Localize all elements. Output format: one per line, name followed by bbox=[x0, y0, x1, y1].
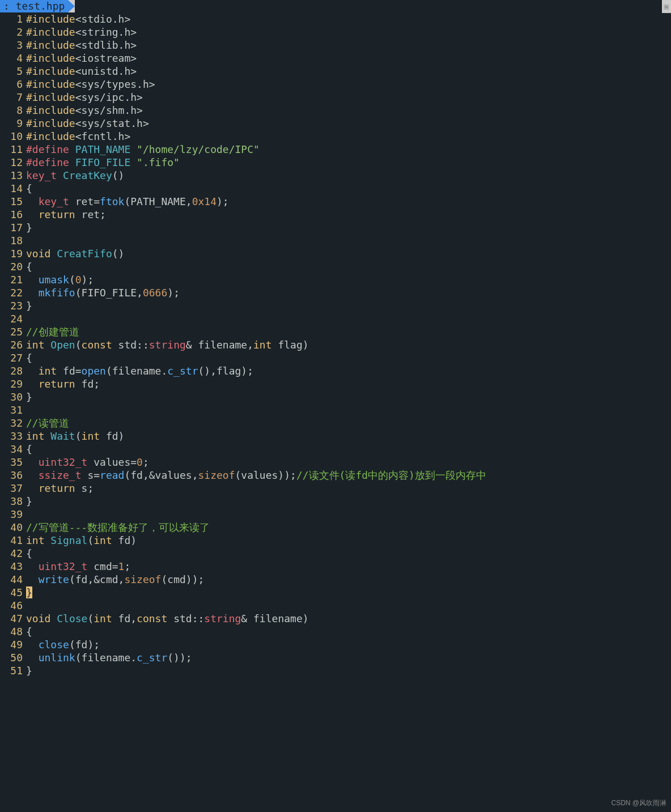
code-line[interactable]: unlink(filename.c_str()); bbox=[26, 651, 671, 664]
code-line[interactable]: write(fd,&cmd,sizeof(cmd)); bbox=[26, 573, 671, 586]
code-token: ; bbox=[143, 456, 149, 468]
line-number: 26 bbox=[0, 338, 23, 351]
code-area[interactable]: #include<stdio.h>#include<string.h>#incl… bbox=[26, 12, 671, 677]
code-token: sizeof bbox=[124, 573, 161, 585]
code-line[interactable] bbox=[26, 599, 671, 612]
code-line[interactable]: #include<string.h> bbox=[26, 25, 671, 39]
code-line[interactable] bbox=[26, 234, 671, 247]
code-token: 0666 bbox=[143, 287, 167, 299]
code-line[interactable]: { bbox=[26, 443, 671, 456]
code-token bbox=[26, 469, 39, 481]
code-line[interactable]: #include<iostream> bbox=[26, 52, 671, 65]
line-number: 45 bbox=[0, 586, 23, 599]
code-line[interactable]: #include<unistd.h> bbox=[26, 65, 671, 78]
code-line[interactable]: } bbox=[26, 495, 671, 508]
code-line[interactable]: umask(0); bbox=[26, 273, 671, 286]
code-line[interactable]: #include<stdlib.h> bbox=[26, 39, 671, 52]
code-line[interactable]: int Signal(int fd) bbox=[26, 534, 671, 547]
code-line[interactable]: ssize_t s=read(fd,&values,sizeof(values)… bbox=[26, 469, 671, 482]
code-token bbox=[50, 613, 57, 624]
code-line[interactable]: } bbox=[26, 664, 671, 677]
code-token: ( bbox=[87, 613, 94, 624]
code-line[interactable] bbox=[26, 403, 671, 416]
line-number: 36 bbox=[0, 469, 23, 482]
code-token: return bbox=[39, 482, 75, 494]
code-line[interactable]: //写管道---数据准备好了，可以来读了 bbox=[26, 521, 671, 534]
code-line[interactable]: //创建管道 bbox=[26, 325, 671, 338]
code-line[interactable]: } bbox=[26, 221, 671, 234]
code-token: #include bbox=[26, 26, 75, 38]
code-token: key_t bbox=[39, 195, 69, 207]
line-number: 5 bbox=[0, 65, 23, 78]
code-line[interactable]: key_t ret=ftok(PATH_NAME,0x14); bbox=[26, 195, 671, 208]
line-number: 24 bbox=[0, 312, 23, 325]
code-token: fd) bbox=[112, 534, 137, 546]
code-line[interactable]: return s; bbox=[26, 482, 671, 495]
code-line[interactable]: #include<stdio.h> bbox=[26, 12, 671, 25]
code-line[interactable]: #include<sys/types.h> bbox=[26, 78, 671, 91]
code-token: ftok bbox=[100, 195, 124, 207]
code-line[interactable]: int Wait(int fd) bbox=[26, 430, 671, 443]
window-control-icon[interactable]: ▣ bbox=[662, 0, 671, 13]
code-token: } bbox=[26, 586, 32, 598]
line-number: 43 bbox=[0, 560, 23, 573]
code-line[interactable]: void Close(int fd,const std::string& fil… bbox=[26, 612, 671, 625]
code-line[interactable]: mkfifo(FIFO_FILE,0666); bbox=[26, 286, 671, 299]
code-line[interactable]: uint32_t cmd=1; bbox=[26, 560, 671, 573]
code-token: return bbox=[39, 209, 75, 220]
code-line[interactable]: #include<fcntl.h> bbox=[26, 130, 671, 143]
code-line[interactable]: return fd; bbox=[26, 377, 671, 390]
code-token: (cmd)); bbox=[161, 573, 204, 585]
code-line[interactable]: } bbox=[26, 586, 671, 599]
code-line[interactable]: { bbox=[26, 260, 671, 273]
code-token: (values)); bbox=[235, 469, 296, 481]
code-line[interactable]: #define FIFO_FILE ".fifo" bbox=[26, 156, 671, 169]
code-line[interactable] bbox=[26, 508, 671, 521]
code-token: <sys/stat.h> bbox=[75, 117, 149, 129]
code-token: ); bbox=[216, 195, 229, 207]
code-token bbox=[69, 143, 75, 155]
code-token: int bbox=[26, 339, 45, 351]
code-token: const bbox=[137, 613, 167, 624]
code-line[interactable]: //读管道 bbox=[26, 416, 671, 430]
code-line[interactable]: { bbox=[26, 182, 671, 195]
code-token: //写管道---数据准备好了，可以来读了 bbox=[26, 521, 210, 533]
code-token: ret; bbox=[75, 209, 106, 220]
code-line[interactable]: int Open(const std::string& filename,int… bbox=[26, 338, 671, 351]
code-token: <stdio.h> bbox=[75, 13, 131, 25]
code-token: (),flag); bbox=[198, 365, 253, 377]
code-line[interactable]: #include<sys/ipc.h> bbox=[26, 91, 671, 104]
code-line[interactable]: close(fd); bbox=[26, 638, 671, 651]
code-line[interactable]: #define PATH_NAME "/home/lzy/code/IPC" bbox=[26, 143, 671, 156]
code-line[interactable]: #include<sys/shm.h> bbox=[26, 104, 671, 117]
code-token: & filename) bbox=[241, 613, 308, 624]
code-token bbox=[50, 248, 57, 260]
file-tab[interactable]: : test.hpp bbox=[0, 0, 68, 12]
code-line[interactable]: uint32_t values=0; bbox=[26, 456, 671, 469]
code-line[interactable] bbox=[26, 312, 671, 325]
code-line[interactable]: { bbox=[26, 547, 671, 560]
code-line[interactable]: } bbox=[26, 299, 671, 312]
code-token bbox=[130, 156, 137, 168]
code-token: #define bbox=[26, 156, 69, 168]
code-line[interactable]: { bbox=[26, 351, 671, 364]
code-token bbox=[26, 560, 39, 572]
code-token: (fd,&cmd, bbox=[69, 573, 125, 585]
code-line[interactable]: key_t CreatKey() bbox=[26, 169, 671, 182]
code-token: #include bbox=[26, 52, 75, 64]
code-token: { bbox=[26, 547, 32, 559]
code-token: } bbox=[26, 665, 32, 677]
code-token: <iostream> bbox=[75, 52, 137, 64]
line-number: 6 bbox=[0, 78, 23, 91]
code-editor[interactable]: 1234567891011121314151617181920212223242… bbox=[0, 12, 671, 677]
line-number: 20 bbox=[0, 260, 23, 273]
code-line[interactable]: { bbox=[26, 625, 671, 638]
code-token: string bbox=[149, 339, 186, 351]
code-line[interactable]: return ret; bbox=[26, 208, 671, 221]
code-line[interactable]: #include<sys/stat.h> bbox=[26, 117, 671, 130]
code-line[interactable]: void CreatFifo() bbox=[26, 247, 671, 260]
code-line[interactable]: int fd=open(filename.c_str(),flag); bbox=[26, 364, 671, 377]
code-line[interactable]: } bbox=[26, 390, 671, 403]
line-number: 18 bbox=[0, 234, 23, 247]
code-token: fd) bbox=[100, 430, 124, 442]
